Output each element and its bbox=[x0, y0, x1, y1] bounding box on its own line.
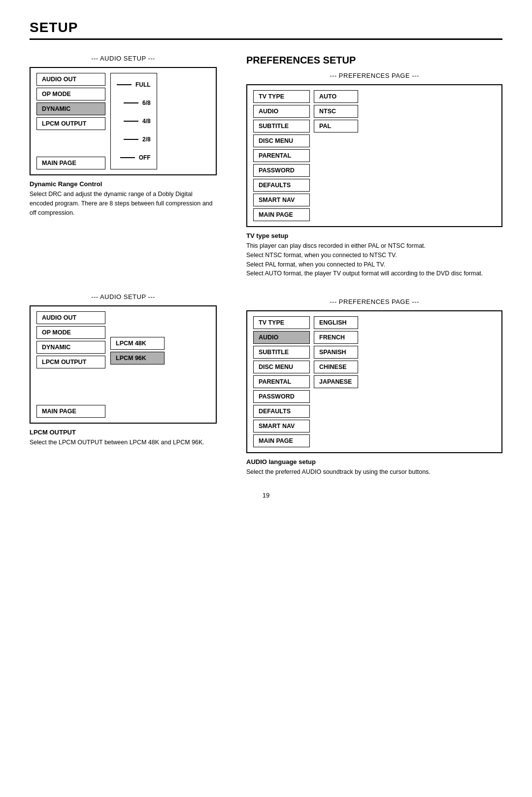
dynamic-range-text: Select DRC and adjust the dynamic range … bbox=[30, 190, 217, 217]
lpcm-output-item-2[interactable]: LPCM OUTPUT bbox=[36, 356, 105, 368]
op-mode-item-2[interactable]: OP MODE bbox=[36, 326, 105, 339]
prefs-left-col-1: TV TYPE AUDIO SUBTITLE DISC MENU PARENTA… bbox=[253, 90, 310, 221]
drc-48-label: 4/8 bbox=[117, 118, 151, 125]
op-mode-item[interactable]: OP MODE bbox=[36, 88, 105, 100]
drc-off-label: OFF bbox=[117, 154, 151, 161]
main-page-item-1[interactable]: MAIN PAGE bbox=[36, 157, 105, 169]
pref-ntsc[interactable]: NTSC bbox=[314, 105, 358, 118]
pref2-parental[interactable]: PARENTAL bbox=[253, 375, 310, 388]
pref2-smart-nav[interactable]: SMART NAV bbox=[253, 420, 310, 432]
pref-auto[interactable]: AUTO bbox=[314, 90, 358, 103]
prefs-right-col-2: ENGLISH FRENCH SPANISH CHINESE JAPANESE bbox=[314, 316, 358, 447]
pref-password-1[interactable]: PASSWORD bbox=[253, 164, 310, 177]
page-number: 19 bbox=[30, 492, 502, 499]
preferences-heading: PREFERENCES SETUP bbox=[246, 55, 502, 66]
pref2-japanese[interactable]: JAPANESE bbox=[314, 375, 358, 388]
pref-main-page-1[interactable]: MAIN PAGE bbox=[253, 208, 310, 221]
audio-lang-desc-title: AUDIO language setup bbox=[246, 458, 502, 465]
pref2-spanish[interactable]: SPANISH bbox=[314, 346, 358, 359]
lpcm-48k[interactable]: LPCM 48K bbox=[110, 337, 165, 350]
prefs-right-col-1: AUTO NTSC PAL bbox=[314, 90, 358, 221]
dynamic-range-title: Dynamic Range Control bbox=[30, 180, 217, 188]
audio-out-item-2[interactable]: AUDIO OUT bbox=[36, 311, 105, 324]
lpcm-desc-title: LPCM OUTPUT bbox=[30, 429, 217, 436]
pref2-french[interactable]: FRENCH bbox=[314, 331, 358, 344]
prefs-left-col-2: TV TYPE AUDIO SUBTITLE DISC MENU PARENTA… bbox=[253, 316, 310, 447]
pref2-audio[interactable]: AUDIO bbox=[253, 331, 310, 344]
lpcm-options: LPCM 48K LPCM 96K bbox=[110, 337, 165, 418]
drc-tick-full bbox=[117, 84, 132, 85]
tv-type-desc-text: This player can play discs recorded in e… bbox=[246, 241, 502, 278]
audio-menu-col-1: AUDIO OUT OP MODE DYNAMIC LPCM OUTPUT MA… bbox=[36, 73, 105, 169]
pref2-tv-type[interactable]: TV TYPE bbox=[253, 316, 310, 329]
pref2-main-page[interactable]: MAIN PAGE bbox=[253, 434, 310, 447]
preferences-box-2: TV TYPE AUDIO SUBTITLE DISC MENU PARENTA… bbox=[246, 310, 502, 453]
audio-menu-box-1: AUDIO OUT OP MODE DYNAMIC LPCM OUTPUT MA… bbox=[30, 67, 217, 175]
pref-smart-nav-1[interactable]: SMART NAV bbox=[253, 194, 310, 206]
drc-full-label: FULL bbox=[117, 81, 151, 88]
audio-lang-desc-text: Select the preferred AUDIO soundtrack by… bbox=[246, 467, 502, 477]
lpcm-output-item[interactable]: LPCM OUTPUT bbox=[36, 117, 105, 130]
pref-tv-type[interactable]: TV TYPE bbox=[253, 90, 310, 103]
pref-subtitle-1[interactable]: SUBTITLE bbox=[253, 120, 310, 133]
main-page-item-2[interactable]: MAIN PAGE bbox=[36, 405, 105, 418]
pref-pal[interactable]: PAL bbox=[314, 120, 358, 133]
lpcm-96k[interactable]: LPCM 96K bbox=[110, 352, 165, 365]
pref-parental-1[interactable]: PARENTAL bbox=[253, 149, 310, 162]
pref-disc-menu-1[interactable]: DISC MENU bbox=[253, 134, 310, 147]
pref2-chinese[interactable]: CHINESE bbox=[314, 361, 358, 373]
drc-slider: FULL 6/8 4/8 2/8 OFF bbox=[110, 73, 157, 169]
drc-28-label: 2/8 bbox=[117, 136, 151, 143]
tv-type-desc-title: TV type setup bbox=[246, 232, 502, 239]
preferences-page-label-2: --- PREFERENCES PAGE --- bbox=[246, 298, 502, 305]
pref2-english[interactable]: ENGLISH bbox=[314, 316, 358, 329]
drc-tick-28 bbox=[124, 139, 138, 140]
pref2-password[interactable]: PASSWORD bbox=[253, 390, 310, 403]
pref2-subtitle[interactable]: SUBTITLE bbox=[253, 346, 310, 359]
pref2-defaults[interactable]: DEFAULTS bbox=[253, 405, 310, 418]
lpcm-desc-text: Select the LPCM OUTPUT between LPCM 48K … bbox=[30, 438, 217, 447]
dynamic-item-2[interactable]: DYNAMIC bbox=[36, 341, 105, 354]
preferences-page-label-1: --- PREFERENCES PAGE --- bbox=[246, 72, 502, 79]
audio-out-item[interactable]: AUDIO OUT bbox=[36, 73, 105, 86]
audio-setup-label-1: --- AUDIO SETUP --- bbox=[30, 55, 217, 62]
dynamic-item[interactable]: DYNAMIC bbox=[36, 102, 105, 115]
audio-menu-col-2: AUDIO OUT OP MODE DYNAMIC LPCM OUTPUT MA… bbox=[36, 311, 105, 418]
drc-68-label: 6/8 bbox=[117, 100, 151, 106]
audio-setup-label-2: --- AUDIO SETUP --- bbox=[30, 293, 217, 300]
pref-audio-1[interactable]: AUDIO bbox=[253, 105, 310, 118]
preferences-box-1: TV TYPE AUDIO SUBTITLE DISC MENU PARENTA… bbox=[246, 84, 502, 227]
pref-defaults-1[interactable]: DEFAULTS bbox=[253, 179, 310, 192]
page-title: SETUP bbox=[30, 20, 502, 40]
drc-tick-off bbox=[120, 157, 135, 158]
drc-tick-68 bbox=[124, 102, 138, 103]
pref2-disc-menu[interactable]: DISC MENU bbox=[253, 361, 310, 373]
drc-tick-48 bbox=[124, 121, 138, 122]
audio-menu-box-2: AUDIO OUT OP MODE DYNAMIC LPCM OUTPUT MA… bbox=[30, 305, 217, 424]
